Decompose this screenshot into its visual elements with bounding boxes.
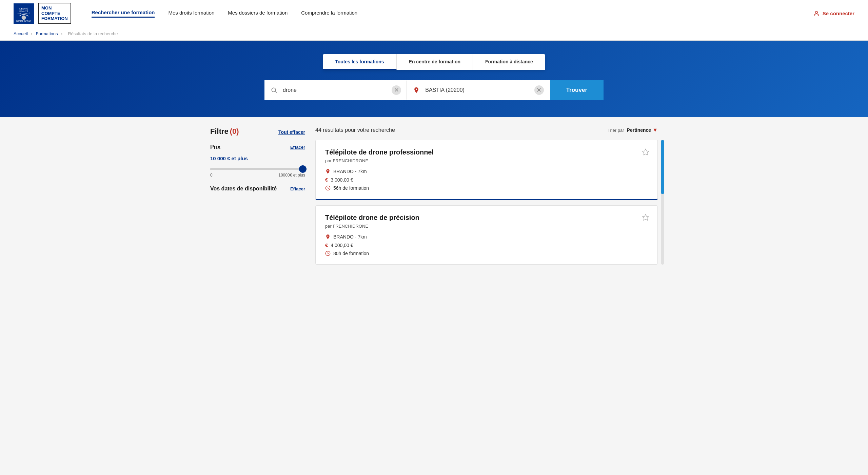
filter-dates: Vos dates de disponibilité Effacer bbox=[210, 186, 305, 192]
mcf-logo-line2: COMPTE bbox=[41, 11, 60, 16]
location-input-wrap: ✕ bbox=[407, 80, 550, 100]
user-icon bbox=[813, 10, 820, 17]
breadcrumb-accueil[interactable]: Accueil bbox=[14, 31, 28, 36]
main-content: Filtre (0) Tout effacer Prix Effacer 10 … bbox=[197, 117, 671, 280]
location-icon bbox=[413, 87, 420, 94]
sort-arrow-icon: ▼ bbox=[652, 127, 658, 133]
sort-label: Trier par bbox=[608, 128, 624, 133]
filter-prix-title: Prix bbox=[210, 144, 220, 150]
results-header: 44 résultats pour votre recherche Trier … bbox=[315, 127, 658, 133]
bookmark-button-1[interactable] bbox=[642, 148, 649, 158]
hero-section: Toutes les formations En centre de forma… bbox=[0, 41, 868, 117]
card-1-location: BRANDO - 7km bbox=[333, 169, 367, 174]
nav-rechercher[interactable]: Rechercher une formation bbox=[92, 9, 155, 18]
search-button[interactable]: Trouver bbox=[550, 80, 604, 100]
mcf-logo-line1: MON bbox=[41, 5, 52, 11]
filter-dates-clear[interactable]: Effacer bbox=[290, 186, 305, 191]
search-tabs: Toutes les formations En centre de forma… bbox=[323, 54, 545, 70]
login-label: Se connecter bbox=[823, 11, 854, 16]
header: LIBERTÉ ÉGALITÉ FRATERNITÉ MINISTÈRE DU … bbox=[0, 0, 868, 27]
search-icon bbox=[271, 87, 277, 94]
nav-droits[interactable]: Mes droits formation bbox=[168, 10, 214, 17]
slider-min: 0 bbox=[210, 173, 213, 178]
results-section: 44 résultats pour votre recherche Trier … bbox=[315, 127, 658, 270]
card-2-price: 4 000,00 € bbox=[331, 243, 353, 248]
bookmark-button-2[interactable] bbox=[642, 214, 649, 223]
svg-line-8 bbox=[275, 91, 277, 93]
card-1-location-icon bbox=[325, 169, 331, 174]
clear-all-button[interactable]: Tout effacer bbox=[278, 129, 305, 135]
card-2-clock-icon bbox=[325, 251, 331, 256]
card-2-title: Télépilote drone de précision bbox=[325, 214, 648, 222]
location-clear-button[interactable]: ✕ bbox=[534, 85, 544, 95]
card-2-provider: par FRENCHIDRONE bbox=[325, 224, 648, 229]
filter-prix: Prix Effacer 10 000 € et plus 0 10000€ e… bbox=[210, 144, 305, 178]
breadcrumb-formations[interactable]: Formations bbox=[36, 31, 58, 36]
star-icon-1 bbox=[642, 148, 649, 156]
keyword-input-wrap: ✕ bbox=[264, 80, 407, 100]
svg-text:LIBERTÉ: LIBERTÉ bbox=[19, 7, 28, 10]
filter-header: Filtre (0) Tout effacer bbox=[210, 127, 305, 136]
slider-max: 10000€ et plus bbox=[278, 173, 305, 178]
login-button[interactable]: Se connecter bbox=[813, 10, 854, 17]
price-slider[interactable] bbox=[210, 168, 305, 170]
svg-marker-9 bbox=[643, 149, 649, 155]
keyword-clear-button[interactable]: ✕ bbox=[392, 85, 401, 95]
scrollbar-thumb bbox=[661, 140, 664, 194]
svg-point-4 bbox=[22, 16, 26, 20]
card-1-meta: BRANDO - 7km € 3 000,00 € 56h de formati… bbox=[325, 169, 648, 191]
price-display: 10 000 € et plus bbox=[210, 156, 305, 161]
svg-text:MINISTÈRE DU TRAVAIL: MINISTÈRE DU TRAVAIL bbox=[16, 20, 31, 22]
svg-point-7 bbox=[272, 88, 276, 92]
card-2-meta: BRANDO - 7km € 4 000,00 € 80h de formati… bbox=[325, 234, 648, 256]
card-1-provider: par FRENCHIDRONE bbox=[325, 158, 648, 163]
main-nav: Rechercher une formation Mes droits form… bbox=[92, 9, 813, 18]
result-card-1[interactable]: Télépilote de drone professionnel par FR… bbox=[315, 140, 658, 200]
filter-title: Filtre (0) bbox=[210, 127, 239, 136]
breadcrumb: Accueil › Formations › Résultats de la r… bbox=[0, 27, 868, 41]
card-2-euro-icon: € bbox=[325, 242, 328, 248]
filter-count: (0) bbox=[230, 127, 239, 136]
results-count: 44 résultats pour votre recherche bbox=[315, 127, 395, 133]
sort-section: Trier par Pertinence ▼ bbox=[608, 127, 658, 133]
svg-point-6 bbox=[815, 11, 817, 14]
cards-wrapper: Télépilote de drone professionnel par FR… bbox=[315, 140, 658, 265]
card-1-clock-icon bbox=[325, 185, 331, 191]
result-card-2[interactable]: Télépilote drone de précision par FRENCH… bbox=[315, 205, 658, 265]
card-1-price: 3 000,00 € bbox=[331, 177, 353, 183]
svg-marker-11 bbox=[643, 214, 649, 220]
mcf-logo-line3: FORMATION bbox=[41, 16, 68, 21]
tab-distance[interactable]: Formation à distance bbox=[473, 54, 545, 70]
card-1-hours: 56h de formation bbox=[333, 185, 369, 191]
location-input[interactable] bbox=[422, 81, 534, 99]
tab-center-formation[interactable]: En centre de formation bbox=[397, 54, 473, 70]
keyword-input[interactable] bbox=[280, 81, 392, 99]
tab-all-formations[interactable]: Toutes les formations bbox=[323, 54, 396, 70]
rf-logo: LIBERTÉ ÉGALITÉ FRATERNITÉ MINISTÈRE DU … bbox=[14, 3, 34, 24]
sidebar-filters: Filtre (0) Tout effacer Prix Effacer 10 … bbox=[210, 127, 305, 270]
star-icon-2 bbox=[642, 214, 649, 221]
card-2-location-icon bbox=[325, 234, 331, 240]
card-2-hours: 80h de formation bbox=[333, 251, 369, 256]
card-1-title: Télépilote de drone professionnel bbox=[325, 148, 648, 156]
sort-dropdown[interactable]: Pertinence ▼ bbox=[627, 127, 658, 133]
nav-comprendre[interactable]: Comprendre la formation bbox=[301, 10, 357, 17]
header-logo: LIBERTÉ ÉGALITÉ FRATERNITÉ MINISTÈRE DU … bbox=[14, 3, 71, 24]
scrollbar-track[interactable] bbox=[661, 140, 664, 265]
card-2-location: BRANDO - 7km bbox=[333, 234, 367, 240]
filter-dates-title: Vos dates de disponibilité bbox=[210, 186, 277, 192]
filter-prix-clear[interactable]: Effacer bbox=[290, 145, 305, 150]
breadcrumb-current: Résultats de la recherche bbox=[68, 31, 118, 36]
card-1-euro-icon: € bbox=[325, 177, 328, 183]
search-bar: ✕ ✕ Trouver bbox=[264, 80, 604, 100]
mcf-logo: MON COMPTE FORMATION bbox=[38, 3, 71, 24]
nav-dossiers[interactable]: Mes dossiers de formation bbox=[228, 10, 288, 17]
svg-text:ÉGALITÉ: ÉGALITÉ bbox=[19, 10, 28, 12]
svg-text:FRATERNITÉ: FRATERNITÉ bbox=[17, 13, 30, 15]
